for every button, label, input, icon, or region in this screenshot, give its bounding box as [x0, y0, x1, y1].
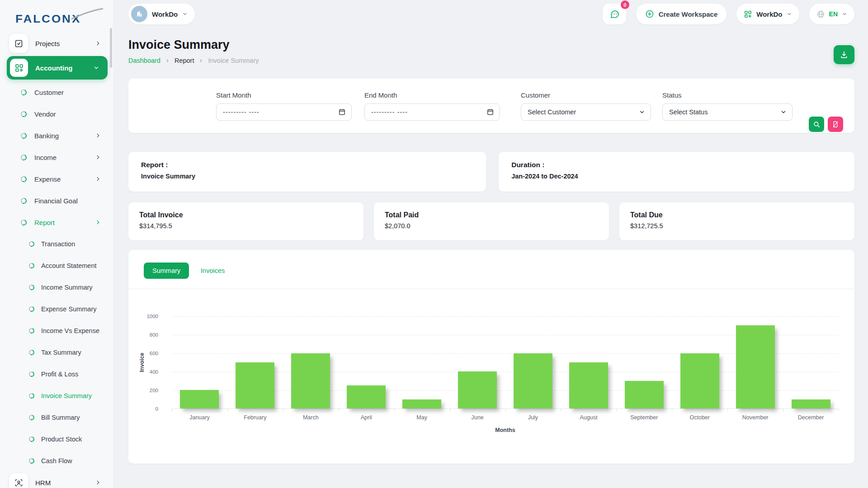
- x-axis-labels: JanuaryFebruaryMarchAprilMayJuneJulyAugu…: [172, 414, 839, 421]
- bullet-icon: [20, 175, 28, 183]
- sidebar-item-expense-summary[interactable]: Expense Summary: [0, 298, 113, 320]
- sidebar-active-pill: Accounting: [7, 56, 108, 80]
- workdo-menu[interactable]: WorkDo: [736, 4, 799, 24]
- building-icon: [135, 10, 143, 18]
- bullet-icon: [28, 392, 35, 399]
- sidebar-item-label: Report: [34, 219, 55, 226]
- total-invoice-card: Total Invoice $314,795.5: [128, 202, 363, 240]
- x-label-september: September: [616, 414, 672, 421]
- sidebar-item-label: Vendor: [34, 110, 56, 118]
- start-month-input[interactable]: --------- ----: [216, 103, 352, 121]
- sidebar-scrollbar[interactable]: [110, 28, 112, 68]
- calendar-icon: [338, 108, 346, 116]
- bullet-icon: [20, 132, 28, 140]
- bullet-icon: [20, 110, 28, 118]
- sidebar-item-label: Income Summary: [41, 284, 93, 291]
- sidebar-item-transaction[interactable]: Transaction: [0, 233, 113, 255]
- bullet-icon: [20, 197, 28, 205]
- sidebar-item-projects[interactable]: Projects: [0, 33, 113, 54]
- file-slash-icon: [832, 121, 839, 128]
- messages-button[interactable]: 0: [603, 4, 626, 24]
- sidebar-item-invoice-summary[interactable]: Invoice Summary: [0, 385, 113, 407]
- language-selector[interactable]: EN: [809, 4, 854, 24]
- bullet-icon: [28, 371, 35, 377]
- sidebar-item-vendor[interactable]: Vendor: [0, 103, 113, 125]
- sidebar-item-report[interactable]: Report: [0, 211, 113, 233]
- bullet-icon: [20, 89, 28, 96]
- sidebar-item-accounting[interactable]: Accounting: [0, 54, 113, 81]
- bullet-icon: [20, 154, 28, 161]
- sidebar-item-banking[interactable]: Banking: [0, 125, 113, 146]
- sidebar-item-label: Income Vs Expense: [41, 327, 99, 334]
- sidebar-item-label: Profit & Loss: [41, 371, 78, 378]
- sidebar-item-income-summary[interactable]: Income Summary: [0, 277, 113, 298]
- tab-invoices[interactable]: Invoices: [201, 267, 225, 274]
- bullet-icon: [20, 219, 28, 226]
- export-button[interactable]: [834, 45, 854, 64]
- sidebar-item-label: Accounting: [35, 64, 73, 72]
- reset-filter-button[interactable]: [828, 117, 843, 132]
- bullet-icon: [28, 284, 35, 291]
- customer-value: Select Customer: [528, 108, 639, 116]
- bar-august: [569, 362, 608, 408]
- user-focus-icon: [9, 473, 28, 488]
- sidebar-item-tax-summary[interactable]: Tax Summary: [0, 342, 113, 363]
- sidebar-item-label: Customer: [34, 89, 64, 96]
- bullet-icon: [28, 436, 35, 442]
- x-label-july: July: [505, 414, 561, 421]
- apply-filter-button[interactable]: [809, 117, 824, 132]
- sidebar-item-financial-goal[interactable]: Financial Goal: [0, 190, 113, 211]
- status-select[interactable]: Select Status: [662, 103, 793, 121]
- invoice-bar-chart: Invoice 02004006008001000 JanuaryFebruar…: [128, 316, 854, 433]
- end-month-input[interactable]: --------- ----: [364, 103, 500, 121]
- sidebar-item-label: Income: [34, 154, 57, 161]
- total-paid-value: $2,070.0: [385, 222, 598, 230]
- grid-plus-icon: [10, 59, 28, 77]
- sidebar-item-profit-loss[interactable]: Profit & Loss: [0, 363, 113, 385]
- sidebar-item-product-stock[interactable]: Product Stock: [0, 428, 113, 450]
- sidebar-item-hrm[interactable]: HRM: [0, 472, 113, 488]
- brand-logo[interactable]: FALCONX: [15, 12, 101, 27]
- sidebar-item-cash-flow[interactable]: Cash Flow: [0, 450, 113, 472]
- x-label-november: November: [727, 414, 783, 421]
- bar-january: [180, 390, 219, 408]
- chevron-down-icon: [787, 11, 792, 17]
- bar-february: [236, 362, 274, 408]
- language-label: EN: [829, 10, 838, 18]
- sidebar-item-expense[interactable]: Expense: [0, 168, 113, 190]
- sidebar-item-income-vs-expense[interactable]: Income Vs Expense: [0, 320, 113, 342]
- sidebar-item-customer[interactable]: Customer: [0, 81, 113, 103]
- status-label: Status: [662, 91, 793, 99]
- bar-november: [736, 325, 775, 408]
- bar-slot-september: [616, 316, 672, 408]
- totals-row: Total Invoice $314,795.5 Total Paid $2,0…: [128, 202, 854, 240]
- sidebar-item-account-statement[interactable]: Account Statement: [0, 255, 113, 277]
- bar-slot-april: [339, 316, 394, 408]
- chevron-down-icon: [639, 109, 645, 115]
- total-due-card: Total Due $312,725.5: [619, 202, 854, 240]
- sidebar-item-income[interactable]: Income: [0, 146, 113, 168]
- calendar-icon: [486, 108, 494, 116]
- bar-december: [792, 399, 830, 408]
- y-tick-1000: 1000: [146, 314, 158, 319]
- sidebar-item-label: Expense Summary: [41, 305, 97, 313]
- report-card: Report : Invoice Summary: [128, 152, 486, 192]
- create-workspace-button[interactable]: Create Workspace: [636, 4, 727, 24]
- breadcrumb-dashboard[interactable]: Dashboard: [128, 57, 160, 64]
- main-content: WorkDo 0 Create Workspace: [113, 0, 868, 488]
- sidebar-item-bill-summary[interactable]: Bill Summary: [0, 407, 113, 428]
- bar-slot-july: [505, 316, 561, 408]
- sidebar: FALCONX ProjectsAccountingCustomerVendor…: [0, 0, 113, 488]
- end-month-value: --------- ----: [371, 108, 486, 116]
- bar-slot-may: [394, 316, 450, 408]
- bullet-icon: [28, 457, 35, 464]
- y-tick-200: 200: [150, 388, 158, 393]
- tab-summary[interactable]: Summary: [144, 263, 189, 279]
- customer-select[interactable]: Select Customer: [521, 103, 651, 121]
- bar-slot-march: [283, 316, 339, 408]
- x-axis-title: Months: [172, 427, 839, 433]
- report-value: Invoice Summary: [141, 173, 473, 180]
- breadcrumb-report[interactable]: Report: [175, 57, 194, 64]
- workspace-switcher[interactable]: WorkDo: [128, 4, 195, 24]
- bar-may: [402, 399, 441, 408]
